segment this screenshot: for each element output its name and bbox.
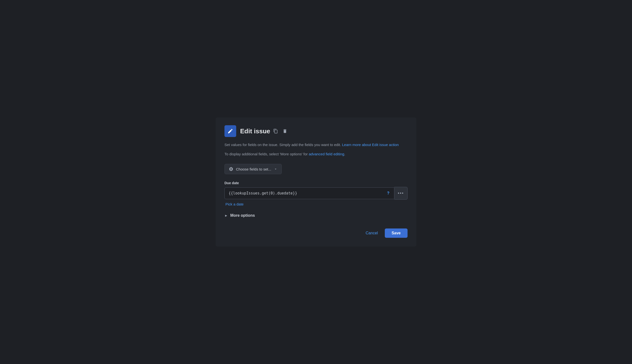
save-button[interactable]: Save bbox=[385, 228, 408, 238]
trash-icon bbox=[282, 129, 287, 134]
dialog-footer: Cancel Save bbox=[224, 228, 408, 238]
edit-issue-dialog: Edit issue Set values for fields on the … bbox=[216, 118, 416, 246]
dialog-title: Edit issue bbox=[240, 128, 270, 135]
help-button[interactable]: ? bbox=[384, 189, 392, 197]
pencil-icon bbox=[227, 128, 233, 134]
choose-fields-button[interactable]: Choose fields to set... bbox=[224, 164, 282, 174]
advanced-field-link[interactable]: advanced field editing bbox=[309, 152, 344, 156]
more-options-row[interactable]: ► More options bbox=[224, 212, 408, 219]
choose-fields-label: Choose fields to set... bbox=[236, 167, 271, 171]
description-1: Set values for fields on the issue. Simp… bbox=[224, 142, 408, 148]
dialog-icon bbox=[224, 125, 236, 137]
chevron-right-icon: ► bbox=[224, 214, 228, 218]
copy-icon bbox=[273, 129, 278, 134]
due-date-section: Due date ? ••• Pick a date bbox=[224, 181, 408, 206]
copy-button[interactable] bbox=[272, 128, 279, 134]
due-date-input-wrapper: ? bbox=[224, 188, 394, 199]
learn-more-link[interactable]: Learn more about Edit issue action bbox=[342, 142, 399, 147]
field-more-button[interactable]: ••• bbox=[394, 187, 408, 200]
chevron-down-icon bbox=[274, 167, 278, 171]
due-date-input-row: ? ••• bbox=[224, 187, 408, 200]
due-date-input[interactable] bbox=[225, 188, 384, 199]
gear-icon bbox=[229, 166, 234, 172]
cancel-button[interactable]: Cancel bbox=[362, 228, 382, 238]
delete-button[interactable] bbox=[282, 128, 288, 134]
due-date-label: Due date bbox=[224, 181, 408, 185]
header-title-row: Edit issue bbox=[240, 128, 288, 135]
pick-date-link[interactable]: Pick a date bbox=[225, 202, 244, 206]
dialog-header: Edit issue bbox=[224, 125, 408, 137]
description-2: To display additional fields, select 'Mo… bbox=[224, 151, 408, 157]
header-actions bbox=[272, 128, 288, 134]
more-options-label: More options bbox=[230, 213, 255, 218]
